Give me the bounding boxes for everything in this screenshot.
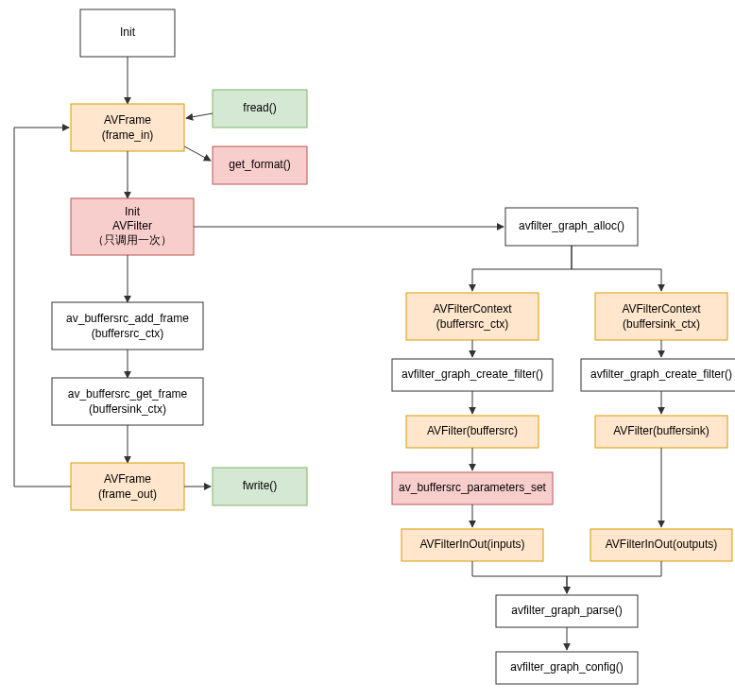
label-graphalloc: avfilter_graph_alloc(): [519, 219, 624, 232]
label-graphconfig: avfilter_graph_config(): [510, 660, 623, 674]
label-createfilter-r: avfilter_graph_create_filter(): [590, 367, 732, 381]
label-ctxsrc-2: (buffersrc_ctx): [436, 317, 508, 331]
edge-inoutin-to-parse: [472, 561, 567, 593]
node-get-format: get_format(): [213, 146, 307, 184]
node-graph-config: avfilter_graph_config(): [496, 652, 638, 684]
svg-rect-1: [71, 104, 184, 151]
node-create-filter-left: avfilter_graph_create_filter(): [392, 359, 553, 391]
node-frame-in: AVFrame (frame_in): [71, 104, 184, 151]
edge-graphalloc-to-ctxsrc: [472, 246, 572, 291]
node-init: Init: [80, 9, 175, 57]
label-ctxsrc-1: AVFilterContext: [433, 302, 512, 316]
label-bufsrc: AVFilter(buffersrc): [427, 424, 518, 437]
node-ctx-src: AVFilterContext (buffersrc_ctx): [406, 293, 538, 340]
label-graphparse: avfilter_graph_parse(): [511, 604, 622, 617]
node-graph-alloc: avfilter_graph_alloc(): [505, 208, 638, 246]
label-fread: fread(): [243, 101, 276, 114]
label-fwrite: fwrite(): [243, 479, 278, 492]
edge-fread-to-framein: [186, 113, 213, 118]
svg-rect-10: [406, 293, 538, 340]
label-createfilter-l: avfilter_graph_create_filter(): [402, 367, 543, 381]
svg-rect-5: [52, 302, 203, 350]
label-frame-in-1: AVFrame: [104, 113, 151, 127]
label-getframe-2: (buffersink_ctx): [89, 402, 166, 416]
node-add-frame: av_buffersrc_add_frame (buffersrc_ctx): [52, 302, 203, 350]
edge-graphalloc-to-ctxsink: [572, 246, 661, 291]
label-init: Init: [120, 26, 136, 39]
svg-rect-6: [52, 378, 203, 425]
label-ctxsink-2: (buffersink_ctx): [623, 317, 700, 331]
node-bufsink: AVFilter(buffersink): [595, 416, 727, 448]
node-graph-parse: avfilter_graph_parse(): [496, 595, 638, 627]
node-ctx-sink: AVFilterContext (buffersink_ctx): [595, 293, 727, 340]
node-params-set: av_buffersrc_parameters_set: [392, 472, 553, 504]
node-inout-out: AVFilterInOut(outputs): [590, 529, 732, 561]
node-fwrite: fwrite(): [213, 468, 307, 505]
svg-rect-11: [595, 293, 727, 340]
label-initavf-2: AVFilter: [112, 219, 152, 232]
label-getframe-1: av_buffersrc_get_frame: [68, 387, 188, 401]
label-frameout-1: AVFrame: [104, 472, 151, 486]
node-inout-in: AVFilterInOut(inputs): [402, 529, 543, 561]
svg-rect-7: [71, 463, 184, 510]
node-bufsrc: AVFilter(buffersrc): [406, 416, 538, 448]
node-fread: fread(): [213, 90, 307, 128]
label-addframe-1: av_buffersrc_add_frame: [66, 312, 189, 325]
label-ctxsink-1: AVFilterContext: [622, 302, 701, 316]
node-get-frame: av_buffersrc_get_frame (buffersink_ctx): [52, 378, 203, 425]
edge-inoutout-to-parse: [567, 561, 661, 593]
label-addframe-2: (buffersrc_ctx): [92, 327, 163, 340]
label-frame-in-2: (frame_in): [102, 128, 154, 142]
label-bufsink: AVFilter(buffersink): [613, 424, 709, 437]
node-frame-out: AVFrame (frame_out): [71, 463, 184, 510]
edge-framein-to-getformat: [184, 146, 211, 161]
label-initavf-1: Init: [125, 205, 141, 218]
label-paramsset: av_buffersrc_parameters_set: [399, 481, 547, 494]
node-create-filter-right: avfilter_graph_create_filter(): [581, 359, 735, 391]
label-get-format: get_format(): [229, 158, 290, 171]
node-init-avfilter: Init AVFilter （只调用一次）: [71, 198, 194, 255]
label-inoutin: AVFilterInOut(inputs): [419, 538, 524, 551]
label-initavf-3: （只调用一次）: [93, 233, 172, 247]
label-inoutout: AVFilterInOut(outputs): [606, 538, 718, 551]
label-frameout-2: (frame_out): [98, 487, 157, 501]
